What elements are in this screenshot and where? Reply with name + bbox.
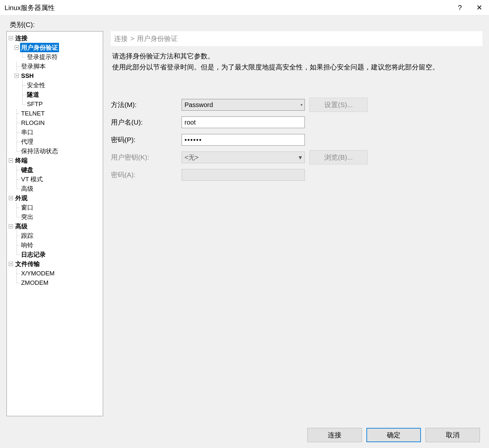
chevron-down-icon: ▾ <box>299 153 302 161</box>
auth-form: 方法(M): Password ▾ 设置(S)... 用户名(U): 密码(P)… <box>111 96 483 184</box>
tree-item-zmodem[interactable]: ZMODEM <box>20 278 49 287</box>
userkey-value: <无> <box>185 153 198 162</box>
breadcrumb-root: 连接 <box>114 34 128 43</box>
minus-icon[interactable]: − <box>9 224 13 228</box>
tree-item-terminal[interactable]: 终端 <box>14 156 29 165</box>
tree-item-xymodem[interactable]: X/YMODEM <box>20 269 55 278</box>
tree-item-sftp[interactable]: SFTP <box>26 99 44 109</box>
username-label: 用户名(U): <box>111 118 182 127</box>
minus-icon[interactable]: − <box>9 196 13 200</box>
tree-item-ssh[interactable]: SSH <box>20 71 35 80</box>
tree-item-vtmode[interactable]: VT 模式 <box>20 175 44 184</box>
category-tree[interactable]: − 连接 − 用户身份验证 登录提示符 登录脚本 <box>6 31 103 416</box>
tree-item-security[interactable]: 安全性 <box>26 80 46 90</box>
passphrase-input <box>182 169 305 181</box>
help-button[interactable]: ? <box>450 0 470 16</box>
breadcrumb-leaf: 用户身份验证 <box>137 34 178 43</box>
tree-item-loginscript[interactable]: 登录脚本 <box>20 62 47 71</box>
method-select[interactable]: Password ▾ <box>182 99 305 111</box>
cancel-button[interactable]: 取消 <box>425 428 480 442</box>
close-button[interactable]: ✕ <box>470 0 489 16</box>
tree-item-rlogin[interactable]: RLOGIN <box>20 118 46 127</box>
passphrase-label: 密码(A): <box>111 170 182 179</box>
password-label: 密码(P): <box>111 135 182 144</box>
tree-item-userauth[interactable]: 用户身份验证 <box>20 43 59 52</box>
method-label: 方法(M): <box>111 100 182 109</box>
tree-item-logging[interactable]: 日志记录 <box>20 250 47 259</box>
minus-icon[interactable]: − <box>9 262 13 266</box>
tree-item-telnet[interactable]: TELNET <box>20 109 46 118</box>
tree-item-tunnel[interactable]: 隧道 <box>26 90 40 99</box>
breadcrumb-sep: > <box>130 35 134 42</box>
tree-item-trace[interactable]: 跟踪 <box>20 231 34 240</box>
dialog-buttons: 连接 确定 取消 <box>307 428 480 442</box>
method-value: Password <box>185 101 213 109</box>
tree-item-window[interactable]: 窗口 <box>20 203 34 212</box>
tree-item-connection[interactable]: 连接 <box>14 33 29 43</box>
settings-panel: 连接 > 用户身份验证 请选择身份验证方法和其它参数。 使用此部分以节省登录时间… <box>111 31 483 416</box>
settings-button: 设置(S)... <box>309 98 368 112</box>
tree-item-highlight[interactable]: 突出 <box>20 212 34 222</box>
tree-item-loginprompt[interactable]: 登录提示符 <box>26 52 59 62</box>
tree-item-keyboard[interactable]: 键盘 <box>20 165 34 175</box>
minus-icon[interactable]: − <box>9 36 13 40</box>
description-line2: 使用此部分以节省登录时间。但是，为了最大限度地提高安全性，如果担心安全问题，建议… <box>112 62 481 73</box>
chevron-down-icon: ▾ <box>301 103 303 107</box>
window-title: Linux服务器属性 <box>5 3 450 12</box>
connect-button[interactable]: 连接 <box>307 428 362 442</box>
tree-item-advanced[interactable]: 高级 <box>14 222 29 231</box>
tree-item-advanced1[interactable]: 高级 <box>20 184 34 193</box>
userkey-select: <无> ▾ <box>182 151 305 163</box>
tree-item-filetransfer[interactable]: 文件传输 <box>14 259 41 269</box>
tree-item-bell[interactable]: 响铃 <box>20 240 34 250</box>
userkey-label: 用户密钥(K): <box>111 153 182 162</box>
username-input[interactable] <box>182 116 305 128</box>
password-input[interactable]: •••••• <box>182 134 305 146</box>
browse-button: 浏览(B)... <box>309 150 368 164</box>
description: 请选择身份验证方法和其它参数。 使用此部分以节省登录时间。但是，为了最大限度地提… <box>112 51 481 73</box>
minus-icon[interactable]: − <box>9 158 13 163</box>
breadcrumb: 连接 > 用户身份验证 <box>111 31 483 46</box>
tree-item-proxy[interactable]: 代理 <box>20 137 34 146</box>
ok-button[interactable]: 确定 <box>366 428 421 442</box>
description-line1: 请选择身份验证方法和其它参数。 <box>112 51 481 62</box>
dialog-body: 类别(C): − 连接 − 用户身份验证 登录提示符 <box>0 16 489 448</box>
tree-item-appearance[interactable]: 外观 <box>14 193 29 203</box>
tree-item-serial[interactable]: 串口 <box>20 127 34 137</box>
minus-icon[interactable]: − <box>15 45 19 50</box>
titlebar: Linux服务器属性 ? ✕ <box>0 0 489 16</box>
tree-item-keepalive[interactable]: 保持活动状态 <box>20 146 59 156</box>
minus-icon[interactable]: − <box>15 74 19 78</box>
category-label: 类别(C): <box>10 20 483 29</box>
